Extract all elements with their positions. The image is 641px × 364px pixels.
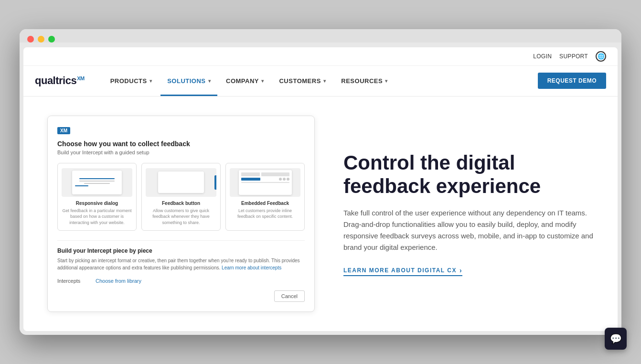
card-divider <box>57 240 305 241</box>
browser-window: LOGIN SUPPORT 🌐 qualtricsXM PRODUCTS ▾ S… <box>20 29 621 335</box>
hero-title: Control the digitalfeedback experience <box>343 151 594 198</box>
chevron-down-icon: ▾ <box>150 78 152 84</box>
main-nav: qualtricsXM PRODUCTS ▾ SOLUTIONS ▾ COMPA… <box>23 66 618 96</box>
nav-item-solutions[interactable]: SOLUTIONS ▾ <box>160 65 217 96</box>
feedback-button-label: Feedback button <box>162 201 200 206</box>
browser-chrome <box>20 29 621 43</box>
login-link[interactable]: LOGIN <box>533 53 552 60</box>
product-card: XM Choose how you want to collect feedba… <box>47 116 315 312</box>
card-subtitle: Build your Intercept with a guided setup <box>57 150 305 155</box>
traffic-light-red[interactable] <box>27 36 34 43</box>
card-title: Choose how you want to collect feedback <box>57 140 305 148</box>
learn-more-digital-cx-link[interactable]: LEARN MORE ABOUT DIGITAL CX › <box>343 267 462 276</box>
browser-content: LOGIN SUPPORT 🌐 qualtricsXM PRODUCTS ▾ S… <box>23 47 618 332</box>
request-demo-button[interactable]: REQUEST DEMO <box>538 73 606 89</box>
support-link[interactable]: SUPPORT <box>559 53 588 60</box>
responsive-dialog-desc: Get feedback in a particular moment base… <box>62 208 132 226</box>
option-card-responsive-dialog[interactable]: Responsive dialog Get feedback in a part… <box>57 163 137 231</box>
arrow-icon: › <box>459 267 462 274</box>
feedback-button-preview <box>146 168 216 197</box>
chat-bubble-icon: 💬 <box>610 333 622 344</box>
nav-item-products[interactable]: PRODUCTS ▾ <box>104 65 159 96</box>
feedback-button-desc: Allow customers to give quick feedback w… <box>146 208 216 226</box>
piece-title: Build your Intercept piece by piece <box>57 247 305 254</box>
chevron-down-icon: ▾ <box>208 78 211 84</box>
logo-text: qualtricsXM <box>35 75 85 87</box>
utility-bar: LOGIN SUPPORT 🌐 <box>23 47 618 66</box>
embedded-feedback-preview <box>230 168 300 197</box>
responsive-dialog-label: Responsive dialog <box>76 201 118 206</box>
option-cards: Responsive dialog Get feedback in a part… <box>57 163 305 231</box>
traffic-light-yellow[interactable] <box>38 36 44 43</box>
nav-item-customers[interactable]: CUSTOMERS ▾ <box>272 65 332 96</box>
xm-badge: XM <box>57 127 70 134</box>
chevron-down-icon: ▾ <box>323 78 326 84</box>
card-actions: Cancel <box>57 290 305 302</box>
globe-icon[interactable]: 🌐 <box>596 51 606 62</box>
option-card-embedded-feedback[interactable]: Embedded Feedback Let customers provide … <box>225 163 305 231</box>
traffic-light-green[interactable] <box>48 36 55 43</box>
embedded-feedback-label: Embedded Feedback <box>241 201 289 206</box>
intercepts-label: Intercepts <box>57 278 91 284</box>
hero-section: XM Choose how you want to collect feedba… <box>23 96 618 332</box>
nav-item-company[interactable]: COMPANY ▾ <box>219 65 270 96</box>
choose-library-link[interactable]: Choose from library <box>96 278 141 284</box>
intercepts-row: Intercepts Choose from library <box>57 278 305 284</box>
hero-body: Take full control of the user experience… <box>343 207 594 253</box>
nav-item-resources[interactable]: RESOURCES ▾ <box>334 65 394 96</box>
piece-desc: Start by picking an intercept format or … <box>57 257 305 271</box>
responsive-dialog-preview <box>62 168 132 197</box>
chevron-down-icon: ▾ <box>385 78 388 84</box>
nav-items: PRODUCTS ▾ SOLUTIONS ▾ COMPANY ▾ CUSTOME… <box>104 65 538 96</box>
logo[interactable]: qualtricsXM <box>35 75 85 87</box>
option-card-feedback-button[interactable]: Feedback button Allow customers to give … <box>141 163 221 231</box>
learn-more-intercepts-link[interactable]: Learn more about intercepts <box>222 265 281 270</box>
chevron-down-icon: ▾ <box>261 78 264 84</box>
cancel-button[interactable]: Cancel <box>274 290 305 302</box>
logo-xm: XM <box>77 75 85 81</box>
nav-cta: REQUEST DEMO <box>538 73 606 89</box>
hero-content: Control the digitalfeedback experience T… <box>343 151 594 276</box>
embedded-feedback-desc: Let customers provide inline feedback on… <box>230 208 300 220</box>
chat-widget[interactable]: 💬 <box>605 328 627 350</box>
